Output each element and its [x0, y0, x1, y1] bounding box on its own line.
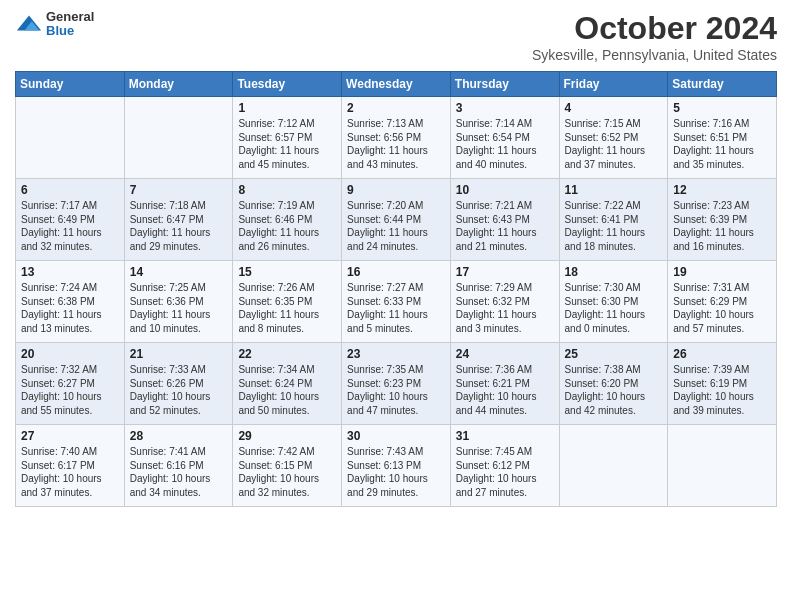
- day-info: Sunrise: 7:15 AM Sunset: 6:52 PM Dayligh…: [565, 117, 663, 171]
- location: Sykesville, Pennsylvania, United States: [532, 47, 777, 63]
- calendar-cell: 26Sunrise: 7:39 AM Sunset: 6:19 PM Dayli…: [668, 343, 777, 425]
- calendar-cell: 2Sunrise: 7:13 AM Sunset: 6:56 PM Daylig…: [342, 97, 451, 179]
- day-number: 31: [456, 429, 554, 443]
- day-info: Sunrise: 7:42 AM Sunset: 6:15 PM Dayligh…: [238, 445, 336, 499]
- calendar-cell: 25Sunrise: 7:38 AM Sunset: 6:20 PM Dayli…: [559, 343, 668, 425]
- calendar-week-row: 20Sunrise: 7:32 AM Sunset: 6:27 PM Dayli…: [16, 343, 777, 425]
- calendar-cell: 31Sunrise: 7:45 AM Sunset: 6:12 PM Dayli…: [450, 425, 559, 507]
- day-number: 7: [130, 183, 228, 197]
- day-info: Sunrise: 7:26 AM Sunset: 6:35 PM Dayligh…: [238, 281, 336, 335]
- calendar-cell: 13Sunrise: 7:24 AM Sunset: 6:38 PM Dayli…: [16, 261, 125, 343]
- day-info: Sunrise: 7:17 AM Sunset: 6:49 PM Dayligh…: [21, 199, 119, 253]
- day-info: Sunrise: 7:38 AM Sunset: 6:20 PM Dayligh…: [565, 363, 663, 417]
- calendar-week-row: 1Sunrise: 7:12 AM Sunset: 6:57 PM Daylig…: [16, 97, 777, 179]
- calendar-cell: 22Sunrise: 7:34 AM Sunset: 6:24 PM Dayli…: [233, 343, 342, 425]
- day-number: 25: [565, 347, 663, 361]
- day-number: 14: [130, 265, 228, 279]
- calendar-cell: 20Sunrise: 7:32 AM Sunset: 6:27 PM Dayli…: [16, 343, 125, 425]
- day-info: Sunrise: 7:19 AM Sunset: 6:46 PM Dayligh…: [238, 199, 336, 253]
- calendar-cell: 8Sunrise: 7:19 AM Sunset: 6:46 PM Daylig…: [233, 179, 342, 261]
- day-number: 29: [238, 429, 336, 443]
- day-number: 2: [347, 101, 445, 115]
- day-number: 3: [456, 101, 554, 115]
- day-number: 5: [673, 101, 771, 115]
- day-number: 9: [347, 183, 445, 197]
- day-number: 11: [565, 183, 663, 197]
- day-info: Sunrise: 7:20 AM Sunset: 6:44 PM Dayligh…: [347, 199, 445, 253]
- day-info: Sunrise: 7:30 AM Sunset: 6:30 PM Dayligh…: [565, 281, 663, 335]
- calendar-cell: [124, 97, 233, 179]
- calendar-week-row: 27Sunrise: 7:40 AM Sunset: 6:17 PM Dayli…: [16, 425, 777, 507]
- day-number: 22: [238, 347, 336, 361]
- logo-general: General: [46, 10, 94, 24]
- calendar-cell: 11Sunrise: 7:22 AM Sunset: 6:41 PM Dayli…: [559, 179, 668, 261]
- calendar-cell: 19Sunrise: 7:31 AM Sunset: 6:29 PM Dayli…: [668, 261, 777, 343]
- calendar-cell: 15Sunrise: 7:26 AM Sunset: 6:35 PM Dayli…: [233, 261, 342, 343]
- day-number: 28: [130, 429, 228, 443]
- day-info: Sunrise: 7:12 AM Sunset: 6:57 PM Dayligh…: [238, 117, 336, 171]
- title-section: October 2024 Sykesville, Pennsylvania, U…: [532, 10, 777, 63]
- calendar-cell: 9Sunrise: 7:20 AM Sunset: 6:44 PM Daylig…: [342, 179, 451, 261]
- calendar-cell: 18Sunrise: 7:30 AM Sunset: 6:30 PM Dayli…: [559, 261, 668, 343]
- day-number: 17: [456, 265, 554, 279]
- calendar-cell: [16, 97, 125, 179]
- day-info: Sunrise: 7:36 AM Sunset: 6:21 PM Dayligh…: [456, 363, 554, 417]
- day-info: Sunrise: 7:24 AM Sunset: 6:38 PM Dayligh…: [21, 281, 119, 335]
- day-info: Sunrise: 7:31 AM Sunset: 6:29 PM Dayligh…: [673, 281, 771, 335]
- calendar-cell: 24Sunrise: 7:36 AM Sunset: 6:21 PM Dayli…: [450, 343, 559, 425]
- day-header-friday: Friday: [559, 72, 668, 97]
- day-info: Sunrise: 7:39 AM Sunset: 6:19 PM Dayligh…: [673, 363, 771, 417]
- calendar-cell: 21Sunrise: 7:33 AM Sunset: 6:26 PM Dayli…: [124, 343, 233, 425]
- day-number: 12: [673, 183, 771, 197]
- day-header-sunday: Sunday: [16, 72, 125, 97]
- day-number: 1: [238, 101, 336, 115]
- calendar-cell: 12Sunrise: 7:23 AM Sunset: 6:39 PM Dayli…: [668, 179, 777, 261]
- calendar-cell: 28Sunrise: 7:41 AM Sunset: 6:16 PM Dayli…: [124, 425, 233, 507]
- day-number: 10: [456, 183, 554, 197]
- day-info: Sunrise: 7:43 AM Sunset: 6:13 PM Dayligh…: [347, 445, 445, 499]
- day-info: Sunrise: 7:21 AM Sunset: 6:43 PM Dayligh…: [456, 199, 554, 253]
- calendar-cell: [668, 425, 777, 507]
- day-number: 18: [565, 265, 663, 279]
- calendar-cell: [559, 425, 668, 507]
- day-number: 16: [347, 265, 445, 279]
- calendar-week-row: 6Sunrise: 7:17 AM Sunset: 6:49 PM Daylig…: [16, 179, 777, 261]
- page-header: General Blue October 2024 Sykesville, Pe…: [15, 10, 777, 63]
- calendar-week-row: 13Sunrise: 7:24 AM Sunset: 6:38 PM Dayli…: [16, 261, 777, 343]
- month-title: October 2024: [532, 10, 777, 47]
- day-number: 27: [21, 429, 119, 443]
- calendar-cell: 23Sunrise: 7:35 AM Sunset: 6:23 PM Dayli…: [342, 343, 451, 425]
- logo-text: General Blue: [46, 10, 94, 39]
- day-header-monday: Monday: [124, 72, 233, 97]
- calendar-cell: 30Sunrise: 7:43 AM Sunset: 6:13 PM Dayli…: [342, 425, 451, 507]
- day-number: 26: [673, 347, 771, 361]
- day-info: Sunrise: 7:13 AM Sunset: 6:56 PM Dayligh…: [347, 117, 445, 171]
- day-number: 13: [21, 265, 119, 279]
- calendar-cell: 16Sunrise: 7:27 AM Sunset: 6:33 PM Dayli…: [342, 261, 451, 343]
- logo-blue: Blue: [46, 24, 94, 38]
- day-number: 21: [130, 347, 228, 361]
- day-info: Sunrise: 7:32 AM Sunset: 6:27 PM Dayligh…: [21, 363, 119, 417]
- day-info: Sunrise: 7:34 AM Sunset: 6:24 PM Dayligh…: [238, 363, 336, 417]
- day-info: Sunrise: 7:35 AM Sunset: 6:23 PM Dayligh…: [347, 363, 445, 417]
- calendar-table: SundayMondayTuesdayWednesdayThursdayFrid…: [15, 71, 777, 507]
- calendar-cell: 27Sunrise: 7:40 AM Sunset: 6:17 PM Dayli…: [16, 425, 125, 507]
- day-info: Sunrise: 7:23 AM Sunset: 6:39 PM Dayligh…: [673, 199, 771, 253]
- calendar-cell: 1Sunrise: 7:12 AM Sunset: 6:57 PM Daylig…: [233, 97, 342, 179]
- day-number: 20: [21, 347, 119, 361]
- logo-icon: [15, 10, 43, 38]
- day-info: Sunrise: 7:27 AM Sunset: 6:33 PM Dayligh…: [347, 281, 445, 335]
- day-info: Sunrise: 7:41 AM Sunset: 6:16 PM Dayligh…: [130, 445, 228, 499]
- day-info: Sunrise: 7:33 AM Sunset: 6:26 PM Dayligh…: [130, 363, 228, 417]
- calendar-cell: 6Sunrise: 7:17 AM Sunset: 6:49 PM Daylig…: [16, 179, 125, 261]
- day-number: 23: [347, 347, 445, 361]
- calendar-header-row: SundayMondayTuesdayWednesdayThursdayFrid…: [16, 72, 777, 97]
- calendar-cell: 10Sunrise: 7:21 AM Sunset: 6:43 PM Dayli…: [450, 179, 559, 261]
- day-info: Sunrise: 7:18 AM Sunset: 6:47 PM Dayligh…: [130, 199, 228, 253]
- day-info: Sunrise: 7:14 AM Sunset: 6:54 PM Dayligh…: [456, 117, 554, 171]
- calendar-cell: 14Sunrise: 7:25 AM Sunset: 6:36 PM Dayli…: [124, 261, 233, 343]
- day-header-wednesday: Wednesday: [342, 72, 451, 97]
- day-number: 19: [673, 265, 771, 279]
- calendar-cell: 3Sunrise: 7:14 AM Sunset: 6:54 PM Daylig…: [450, 97, 559, 179]
- day-number: 4: [565, 101, 663, 115]
